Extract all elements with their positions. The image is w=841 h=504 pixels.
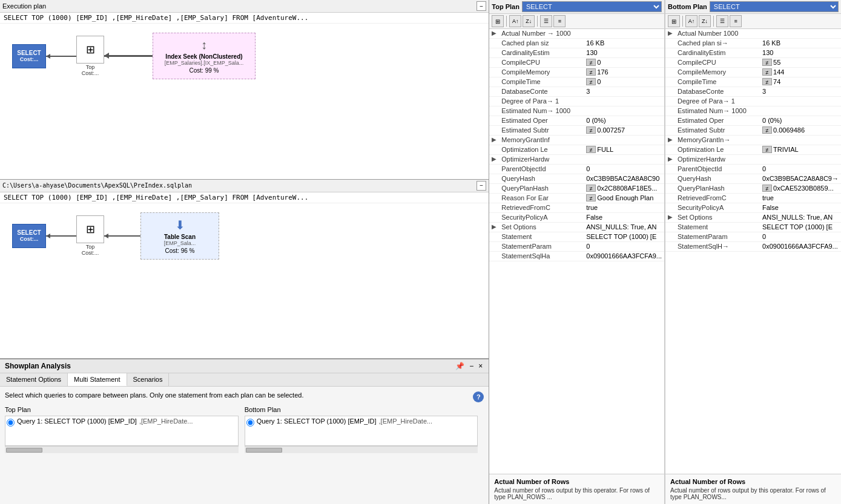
prop-row-15: QueryHash0xC3B9B5AC2A8A8C9→ xyxy=(665,174,841,184)
prop-value-18: true xyxy=(586,204,662,211)
prop-name-17: RetrievedFromC xyxy=(678,194,762,201)
exec-plan-top-flow: SELECT Cost:... ⊞ Top xyxy=(0,24,489,88)
prop-neq-icon-4: ≠ xyxy=(762,68,772,76)
showplan-close-btn[interactable]: × xyxy=(477,362,484,370)
table-scan-node[interactable]: ⬇ Table Scan [EMP_Sala... Cost: 96 % xyxy=(140,212,219,260)
bottom-plan-tb-grid[interactable]: ⊞ xyxy=(668,15,680,27)
showplan-tabs: Statement Options Multi Statement Scenar… xyxy=(0,373,489,387)
prop-row-19: SecurityPolicyAFalse xyxy=(489,213,664,223)
showplan-analysis-panel: Showplan Analysis 📌 − × Statement Option… xyxy=(0,359,489,504)
top-plan-scrollbar[interactable] xyxy=(5,446,239,453)
bottom-plan-info-title: Actual Number of Rows xyxy=(670,478,836,485)
top-cost-node-bottom[interactable]: ⊞ Top Cost:... xyxy=(76,215,104,256)
exec-plan-bottom-minimize[interactable]: − xyxy=(477,181,486,191)
prop-name-2: CardinalityEstim xyxy=(501,49,586,56)
prop-expander-11[interactable]: ▶ xyxy=(492,136,500,143)
prop-name-8: Estimated Num→ 1000 xyxy=(501,107,586,114)
prop-name-12: Optimization Le xyxy=(501,146,586,153)
prop-row-6: DatabaseConte3 xyxy=(489,87,664,97)
top-plan-radio-item[interactable]: Query 1: SELECT TOP (1000) [EMP_ID] ,[EM… xyxy=(7,417,237,427)
tab-multi-statement[interactable]: Multi Statement xyxy=(68,373,127,386)
prop-row-12: Optimization Le≠TRIVIAL xyxy=(665,145,841,155)
prop-name-11: MemoryGrantIn→ xyxy=(678,136,762,143)
select-node-bottom[interactable]: SELECT Cost:... xyxy=(12,224,46,248)
bottom-plan-tb-list[interactable]: ≡ xyxy=(730,15,742,27)
prop-row-16: QueryPlanHash≠0x2C8808AF18E5... xyxy=(489,184,664,194)
showplan-controls: 📌 − × xyxy=(454,362,484,370)
prop-value-3: 55 xyxy=(773,59,839,66)
bottom-plan-tb-sortaz[interactable]: A↑ xyxy=(685,15,698,27)
bottom-plan-scrollbar-thumb[interactable] xyxy=(246,448,282,453)
prop-expander-13[interactable]: ▶ xyxy=(668,155,676,162)
prop-neq-icon-16: ≠ xyxy=(762,185,772,192)
index-seek-node[interactable]: ↕ Index Seek (NonClustered) [EMP_Salarie… xyxy=(153,33,256,79)
prop-value-14: 0 xyxy=(586,165,662,172)
showplan-title: Showplan Analysis xyxy=(5,362,71,370)
top-cost-node-top[interactable]: ⊞ Top Cost:... xyxy=(76,36,104,76)
prop-value-19: False xyxy=(586,214,662,221)
top-plan-tb-sortaz[interactable]: A↑ xyxy=(509,15,521,27)
prop-name-3: CompileCPU xyxy=(501,59,586,66)
bottom-plan-toolbar: ⊞ A↑ Z↓ ☰ ≡ xyxy=(665,14,841,29)
top-plan-scrollbar-thumb[interactable] xyxy=(6,448,42,453)
prop-value-16: 0xCAE5230B0859... xyxy=(773,185,839,192)
right-panel: Top Plan SELECT ⊞ A↑ Z↓ ☰ ≡ ▶Actual Numb… xyxy=(489,0,841,504)
prop-neq-icon-16: ≠ xyxy=(586,185,596,192)
prop-neq-icon-10: ≠ xyxy=(762,126,772,134)
select-node-top[interactable]: SELECT Cost:... xyxy=(12,44,46,68)
top-plan-dropdown[interactable]: SELECT xyxy=(522,1,662,12)
bottom-plan-dropdown[interactable]: SELECT xyxy=(710,1,839,12)
prop-expander-0[interactable]: ▶ xyxy=(668,30,676,36)
top-plan-radio[interactable] xyxy=(7,419,15,427)
prop-expander-19[interactable]: ▶ xyxy=(668,214,676,220)
exec-plan-top-minimize[interactable]: − xyxy=(477,1,486,11)
prop-name-5: CompileTime xyxy=(501,78,586,85)
prop-expander-13[interactable]: ▶ xyxy=(492,155,500,162)
bottom-plan-props-area: ▶Actual Number 1000Cached plan si→16 KBC… xyxy=(665,29,841,474)
exec-plan-bottom-query: SELECT TOP (1000) [EMP_ID] ,[EMP_HireDat… xyxy=(0,192,489,203)
prop-row-18: SecurityPolicyAFalse xyxy=(665,203,841,213)
prop-name-1: Cached plan siz xyxy=(501,39,586,47)
bottom-plan-tb-category[interactable]: ☰ xyxy=(716,15,728,27)
prop-name-20: Set Options xyxy=(501,223,586,231)
bottom-plan-radio[interactable] xyxy=(246,419,254,427)
prop-row-16: QueryPlanHash≠0xCAE5230B0859... xyxy=(665,184,841,194)
prop-name-22: StatementSqlH→ xyxy=(678,243,762,250)
top-plan-col: Top Plan Query 1: SELECT TOP (1000) [EMP… xyxy=(5,406,245,453)
bottom-plan-radio-item[interactable]: Query 1: SELECT TOP (1000) [EMP_ID] ,[EM… xyxy=(246,417,477,427)
tab-scenarios[interactable]: Scenarios xyxy=(127,373,170,386)
showplan-body: Select which queries to compare between … xyxy=(0,387,489,458)
prop-name-19: Set Options xyxy=(678,214,762,221)
prop-row-21: StatementSELECT TOP (1000) [E xyxy=(489,232,664,242)
prop-row-19: ▶Set OptionsANSI_NULLS: True, AN xyxy=(665,213,841,223)
bottom-plan-tb-sortza[interactable]: Z↓ xyxy=(699,15,711,27)
showplan-pin-btn[interactable]: 📌 xyxy=(454,362,466,370)
prop-row-17: RetrievedFromCtrue xyxy=(665,194,841,203)
bottom-plan-scrollbar[interactable] xyxy=(245,446,478,453)
top-plan-info-title: Actual Number of Rows xyxy=(494,478,659,485)
top-plan-tb-list[interactable]: ≡ xyxy=(553,15,566,27)
prop-value-22: 0x09001666AA3FCFA9... xyxy=(762,243,839,250)
top-plan-tb-category[interactable]: ☰ xyxy=(540,15,552,27)
prop-value-17: true xyxy=(762,194,839,201)
prop-expander-20[interactable]: ▶ xyxy=(492,223,500,230)
prop-name-3: CompileCPU xyxy=(678,59,762,66)
prop-name-10: Estimated Subtr xyxy=(501,126,586,134)
tab-statement-options[interactable]: Statement Options xyxy=(0,373,68,386)
prop-name-11: MemoryGrantInf xyxy=(501,136,586,143)
bottom-plan-col-label: Bottom Plan xyxy=(245,406,478,413)
showplan-minimize-btn[interactable]: − xyxy=(468,362,475,370)
top-plan-tb-sortza[interactable]: Z↓ xyxy=(523,15,535,27)
prop-neq-icon-5: ≠ xyxy=(586,78,596,85)
top-plan-tb-grid[interactable]: ⊞ xyxy=(492,15,504,27)
prop-name-5: CompileTime xyxy=(678,78,762,85)
prop-expander-11[interactable]: ▶ xyxy=(668,136,676,143)
prop-name-12: Optimization Le xyxy=(678,146,762,153)
help-icon[interactable]: ? xyxy=(473,391,484,402)
prop-value-9: 0 (0%) xyxy=(586,117,662,124)
prop-row-9: Estimated Oper0 (0%) xyxy=(665,116,841,126)
prop-row-8: Estimated Num→ 1000 xyxy=(665,106,841,116)
prop-name-4: CompileMemory xyxy=(501,68,586,76)
prop-expander-0[interactable]: ▶ xyxy=(492,30,500,36)
arrow-1-bottom xyxy=(46,235,76,237)
